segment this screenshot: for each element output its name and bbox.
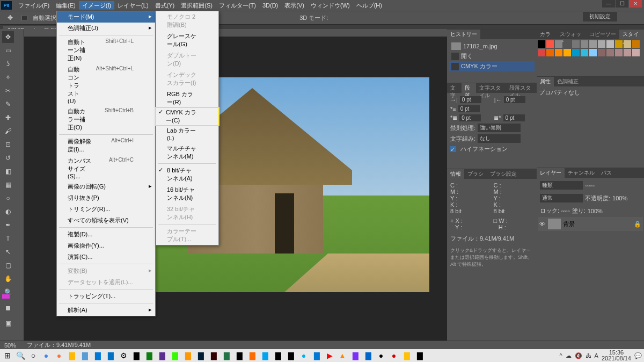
panel-tab[interactable]: スウォッチ bbox=[557, 30, 586, 39]
panel-tab[interactable]: 文字スタイル bbox=[476, 83, 507, 93]
zoom-level[interactable]: 50% bbox=[4, 342, 16, 349]
panel-tab[interactable]: スタイル bbox=[619, 30, 644, 39]
menu-3[interactable]: レイヤー(L) bbox=[114, 1, 151, 10]
tray-chevron-icon[interactable]: ^ bbox=[559, 352, 562, 359]
start-button[interactable]: ⊞ bbox=[2, 350, 13, 361]
mode-item[interactable]: ✓CMYK カラー(C) bbox=[155, 107, 219, 126]
illustrator-icon[interactable]: ▇ bbox=[208, 350, 219, 361]
panel-tab[interactable]: 文字 bbox=[447, 83, 462, 93]
menu-item[interactable]: 画像の回転(G)▸ bbox=[57, 181, 155, 192]
crop-tool[interactable]: ✂ bbox=[2, 85, 14, 97]
autoselect-checkbox[interactable] bbox=[21, 15, 27, 21]
menu-item[interactable]: トラッピング(T)... bbox=[57, 291, 155, 302]
calc-icon[interactable]: ▇ bbox=[131, 350, 142, 361]
swatch[interactable] bbox=[581, 49, 588, 56]
mode-item[interactable]: グレースケール(G) bbox=[156, 31, 218, 50]
swatch[interactable] bbox=[572, 49, 580, 56]
mode-item[interactable]: カラーテーブル(T)... bbox=[156, 226, 218, 245]
app-icon-9[interactable]: ▶ bbox=[324, 350, 335, 361]
app-icon-13[interactable]: ▇ bbox=[401, 350, 412, 361]
record-icon[interactable]: ● bbox=[389, 350, 399, 361]
excel-icon[interactable]: ▇ bbox=[221, 350, 232, 361]
workspace-picker[interactable]: 初期設定 bbox=[583, 12, 617, 21]
blend-mode[interactable]: 通常 bbox=[540, 194, 583, 202]
outlook-icon[interactable]: ▇ bbox=[105, 350, 116, 361]
swatch[interactable] bbox=[555, 40, 562, 48]
menu-8[interactable]: 表示(V) bbox=[281, 1, 308, 10]
kinsoku-select[interactable]: 強い禁則 bbox=[478, 124, 521, 132]
menu-item[interactable]: カンバスサイズ(S)...Alt+Ctrl+C bbox=[57, 155, 155, 181]
maximize-button[interactable]: ☐ bbox=[616, 0, 628, 8]
mode-item[interactable]: Lab カラー(L) bbox=[156, 125, 218, 143]
app-icon-10[interactable]: ▇ bbox=[350, 350, 361, 361]
panel-tab[interactable]: 段落 bbox=[462, 83, 476, 93]
panel-tab[interactable]: 段落スタイル bbox=[506, 83, 537, 93]
type-tool[interactable]: T bbox=[2, 233, 14, 244]
mode-item[interactable]: 16 bit/チャンネル(N) bbox=[156, 184, 218, 204]
swatch[interactable] bbox=[598, 49, 605, 56]
hyphen-check[interactable]: ✓ bbox=[450, 146, 456, 152]
menu-item[interactable]: 変数(B)▸ bbox=[57, 265, 155, 277]
panel-tab[interactable]: ブラシ設定 bbox=[487, 169, 520, 179]
tray-volume-icon[interactable]: 🔇 bbox=[575, 352, 582, 359]
app-icon-1[interactable]: ▇ bbox=[144, 350, 155, 361]
swatch[interactable] bbox=[555, 49, 562, 56]
app-icon-7[interactable]: ▇ bbox=[286, 350, 296, 361]
swatch[interactable] bbox=[615, 40, 623, 48]
lasso-tool[interactable]: ʖ bbox=[2, 58, 14, 70]
mode-item[interactable]: モノクロ 2 階調(B) bbox=[156, 11, 218, 31]
hand-tool[interactable]: ✋ bbox=[2, 273, 14, 285]
history-brush-tool[interactable]: ↺ bbox=[2, 152, 14, 164]
menu-4[interactable]: 書式(Y) bbox=[152, 1, 178, 10]
swatch[interactable] bbox=[598, 40, 605, 48]
swatch[interactable] bbox=[538, 49, 545, 56]
swatch[interactable] bbox=[624, 40, 631, 48]
indent-left[interactable]: 0 pt bbox=[460, 96, 481, 103]
swatch[interactable] bbox=[546, 49, 554, 56]
menu-item[interactable]: 解析(A)▸ bbox=[57, 305, 155, 316]
photos-icon[interactable]: ▇ bbox=[92, 350, 103, 361]
app-icon-14[interactable]: ▇ bbox=[414, 350, 425, 361]
firefox-icon[interactable]: ● bbox=[54, 350, 64, 361]
menu-item[interactable]: データセットを適用(L)... bbox=[57, 277, 155, 288]
notifications-icon[interactable]: 💬 bbox=[634, 352, 642, 359]
app-icon-3[interactable]: ▇ bbox=[234, 350, 245, 361]
search-button[interactable]: 🔍 bbox=[15, 350, 26, 361]
menu-item[interactable]: 自動トーン補正(N)Shift+Ctrl+L bbox=[57, 37, 155, 64]
wand-tool[interactable]: ✧ bbox=[2, 71, 14, 83]
move-tool[interactable]: ✥ bbox=[2, 31, 14, 43]
swatch[interactable] bbox=[572, 40, 580, 48]
app-icon-6[interactable]: ▇ bbox=[273, 350, 283, 361]
explorer-icon[interactable]: ▇ bbox=[67, 350, 77, 361]
taskbar-clock[interactable]: 15:36 2021/08/14 bbox=[602, 350, 631, 361]
path-tool[interactable]: ↖ bbox=[2, 246, 14, 258]
menu-item[interactable]: モード(M)▸ bbox=[57, 11, 155, 23]
quickmask-tool[interactable]: ▣ bbox=[2, 317, 14, 329]
photoshop-icon[interactable]: ▇ bbox=[195, 350, 206, 361]
mode-item[interactable]: マルチチャンネル(M) bbox=[156, 143, 218, 162]
swatch[interactable] bbox=[564, 40, 571, 48]
history-cmyk[interactable]: CMYK カラー bbox=[449, 61, 535, 71]
tray-network-icon[interactable]: 🖧 bbox=[586, 352, 591, 359]
swatch[interactable] bbox=[589, 40, 597, 48]
menu-item[interactable]: 複製(D)... bbox=[57, 229, 155, 240]
app-icon-5[interactable]: ▇ bbox=[260, 350, 270, 361]
menu-item[interactable]: すべての領域を表示(V) bbox=[57, 215, 155, 226]
swatch[interactable] bbox=[564, 49, 571, 56]
space-before[interactable]: 0 pt bbox=[459, 114, 481, 121]
dreamweaver-icon[interactable]: ▇ bbox=[170, 350, 180, 361]
minimize-button[interactable]: — bbox=[602, 0, 615, 8]
panel-tab[interactable]: レイヤー bbox=[537, 168, 565, 178]
dodge-tool[interactable]: ◐ bbox=[2, 206, 14, 218]
app-icon-4[interactable]: ▇ bbox=[247, 350, 258, 361]
shape-tool[interactable]: ▢ bbox=[2, 259, 14, 271]
pen-tool[interactable]: ✒ bbox=[2, 219, 14, 231]
menu-0[interactable]: ファイル(F) bbox=[15, 1, 53, 10]
menu-item[interactable]: 色調補正(J)▸ bbox=[57, 23, 155, 34]
indent-right[interactable]: 0 pt bbox=[504, 96, 525, 103]
vlc-icon[interactable]: ▲ bbox=[337, 350, 348, 361]
history-file[interactable]: 17182_m.jpg bbox=[449, 41, 535, 51]
brush-tool[interactable]: 🖌 bbox=[2, 125, 14, 137]
chrome-icon[interactable]: ● bbox=[41, 350, 52, 361]
mode-item[interactable]: RGB カラー(R) bbox=[156, 89, 218, 108]
